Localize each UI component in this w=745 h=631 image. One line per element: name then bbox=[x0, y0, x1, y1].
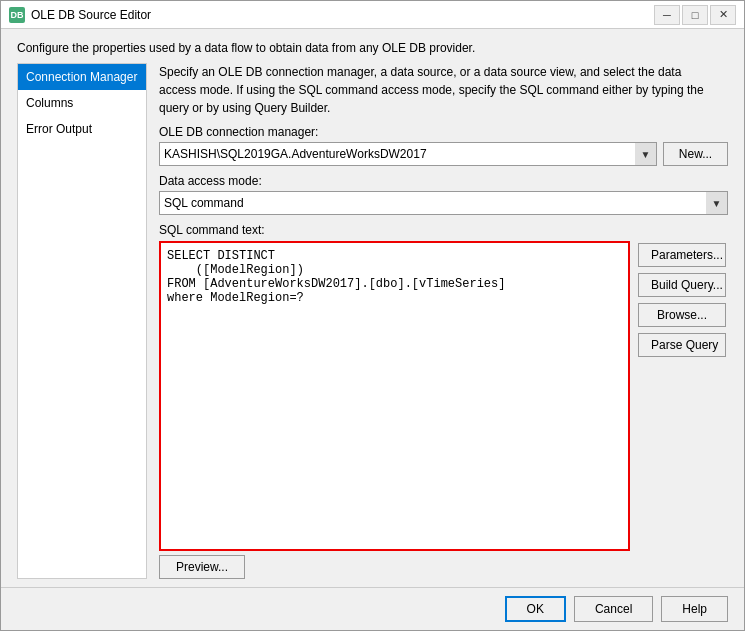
data-access-mode-group: Data access mode: SQL command ▼ bbox=[159, 174, 728, 215]
preview-button[interactable]: Preview... bbox=[159, 555, 245, 579]
browse-button[interactable]: Browse... bbox=[638, 303, 726, 327]
sql-textarea-wrapper bbox=[159, 241, 630, 551]
sql-left: SQL command text: Preview... bbox=[159, 223, 630, 579]
close-button[interactable]: ✕ bbox=[710, 5, 736, 25]
sidebar-item-error-output[interactable]: Error Output bbox=[18, 116, 146, 142]
parse-query-button[interactable]: Parse Query bbox=[638, 333, 726, 357]
new-connection-button[interactable]: New... bbox=[663, 142, 728, 166]
sidebar-item-connection-manager[interactable]: Connection Manager bbox=[18, 64, 146, 90]
title-bar: DB OLE DB Source Editor ─ □ ✕ bbox=[1, 1, 744, 29]
sql-command-textarea[interactable] bbox=[161, 243, 628, 549]
title-bar-controls: ─ □ ✕ bbox=[654, 5, 736, 25]
sidebar: Connection Manager Columns Error Output bbox=[17, 63, 147, 579]
data-access-mode-dropdown[interactable]: SQL command bbox=[159, 191, 728, 215]
sql-label: SQL command text: bbox=[159, 223, 630, 237]
connection-manager-dropdown[interactable]: KASHISH\SQL2019GA.AdventureWorksDW2017 bbox=[159, 142, 657, 166]
top-description: Configure the properties used by a data … bbox=[1, 29, 744, 63]
sql-buttons: Parameters... Build Query... Browse... P… bbox=[638, 223, 728, 579]
maximize-button[interactable]: □ bbox=[682, 5, 708, 25]
data-access-mode-label: Data access mode: bbox=[159, 174, 728, 188]
ole-db-source-editor-dialog: DB OLE DB Source Editor ─ □ ✕ Configure … bbox=[0, 0, 745, 631]
app-icon: DB bbox=[9, 7, 25, 23]
connection-manager-group: OLE DB connection manager: KASHISH\SQL20… bbox=[159, 125, 728, 166]
connection-manager-dropdown-wrapper: KASHISH\SQL2019GA.AdventureWorksDW2017 ▼ bbox=[159, 142, 657, 166]
main-description: Specify an OLE DB connection manager, a … bbox=[159, 63, 728, 117]
parameters-button[interactable]: Parameters... bbox=[638, 243, 726, 267]
main-content: Specify an OLE DB connection manager, a … bbox=[159, 63, 728, 579]
sidebar-item-columns[interactable]: Columns bbox=[18, 90, 146, 116]
cancel-button[interactable]: Cancel bbox=[574, 596, 653, 622]
connection-manager-row: KASHISH\SQL2019GA.AdventureWorksDW2017 ▼… bbox=[159, 142, 728, 166]
ok-button[interactable]: OK bbox=[505, 596, 566, 622]
minimize-button[interactable]: ─ bbox=[654, 5, 680, 25]
dialog-footer: OK Cancel Help bbox=[1, 587, 744, 630]
help-button[interactable]: Help bbox=[661, 596, 728, 622]
sql-section: SQL command text: Preview... Parameters.… bbox=[159, 223, 728, 579]
preview-row: Preview... bbox=[159, 555, 630, 579]
dialog-body: Connection Manager Columns Error Output … bbox=[1, 63, 744, 587]
title-bar-left: DB OLE DB Source Editor bbox=[9, 7, 151, 23]
data-access-mode-dropdown-wrapper: SQL command ▼ bbox=[159, 191, 728, 215]
connection-manager-label: OLE DB connection manager: bbox=[159, 125, 728, 139]
build-query-button[interactable]: Build Query... bbox=[638, 273, 726, 297]
dialog-title: OLE DB Source Editor bbox=[31, 8, 151, 22]
